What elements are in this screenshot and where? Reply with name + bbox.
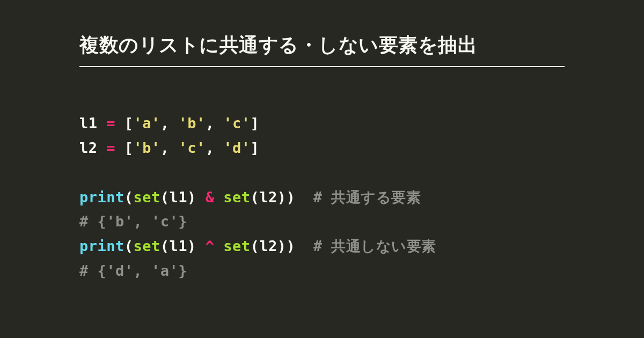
comment: # {'d', 'a'}: [79, 262, 187, 279]
var-l2: l2: [259, 238, 277, 254]
paren-open: (: [125, 189, 134, 205]
comment: # 共通しない要素: [313, 238, 436, 254]
comma: ,: [160, 139, 179, 156]
op-eq: =: [106, 115, 115, 131]
bracket-close: ]: [250, 115, 259, 131]
bracket-open: [: [125, 115, 134, 131]
builtin-set: set: [134, 238, 160, 254]
var-l2: l2: [259, 189, 277, 205]
func-print: print: [79, 238, 125, 254]
paren-open: (: [250, 189, 259, 205]
paren-open: (: [160, 189, 170, 205]
comment: # 共通する要素: [313, 189, 421, 205]
code-line-1: l1 = ['a', 'b', 'c']: [79, 115, 259, 131]
code-line-2: l2 = ['b', 'c', 'd']: [79, 139, 259, 156]
code-line-blank: [79, 164, 89, 181]
code-line-4: # {'b', 'c'}: [79, 213, 187, 230]
var-l2: l2: [79, 139, 106, 156]
paren-close: )): [277, 238, 296, 254]
paren-close: )): [277, 189, 296, 205]
str-d: 'd': [223, 139, 250, 156]
comma: ,: [206, 139, 224, 156]
str-a: 'a': [134, 115, 160, 131]
var-l1: l1: [170, 189, 188, 205]
paren-open: (: [125, 238, 134, 254]
builtin-set: set: [223, 189, 250, 205]
op-eq: =: [106, 139, 115, 156]
op-xor: ^: [206, 238, 215, 254]
gap: [295, 238, 313, 254]
code-line-5: print(set(l1) ^ set(l2)) # 共通しない要素: [79, 238, 436, 254]
paren-close-sp: ): [187, 238, 206, 254]
bracket-close: ]: [250, 139, 259, 156]
space: [214, 189, 223, 205]
str-c: 'c': [178, 139, 205, 156]
code-block: l1 = ['a', 'b', 'c'] l2 = ['b', 'c', 'd'…: [79, 86, 565, 283]
var-l1: l1: [79, 115, 106, 131]
comment: # {'b', 'c'}: [79, 213, 187, 230]
builtin-set: set: [134, 189, 160, 205]
str-b: 'b': [134, 139, 160, 156]
paren-open: (: [250, 238, 259, 254]
code-line-6: # {'d', 'a'}: [79, 262, 187, 279]
str-c: 'c': [223, 115, 250, 131]
gap: [295, 189, 313, 205]
builtin-set: set: [223, 238, 250, 254]
space: [115, 115, 125, 131]
op-amp: &: [206, 189, 215, 205]
space: [115, 139, 125, 156]
bracket-open: [: [125, 139, 134, 156]
comma: ,: [160, 115, 179, 131]
comma: ,: [206, 115, 224, 131]
str-b: 'b': [178, 115, 205, 131]
func-print: print: [79, 189, 125, 205]
var-l1: l1: [170, 238, 188, 254]
paren-close-sp: ): [187, 189, 206, 205]
paren-open: (: [160, 238, 170, 254]
code-line-3: print(set(l1) & set(l2)) # 共通する要素: [79, 189, 421, 205]
page-title: 複数のリストに共通する・しない要素を抽出: [79, 32, 565, 67]
space: [214, 238, 223, 254]
